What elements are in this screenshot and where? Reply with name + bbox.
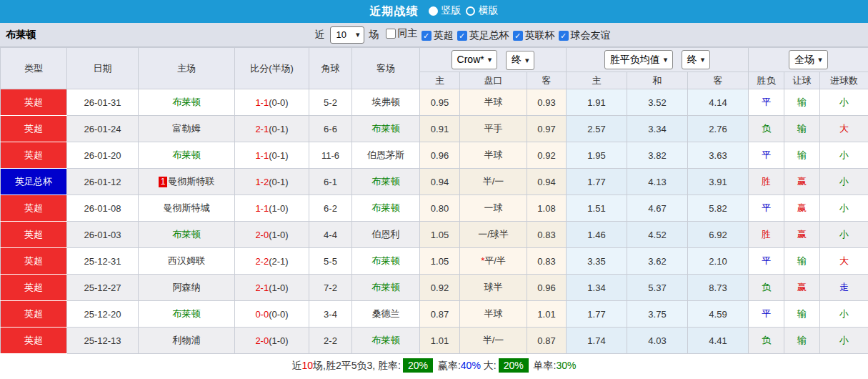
summary-segment: 单率: (531, 360, 557, 371)
same-home-checkbox[interactable]: 同主 (386, 27, 418, 40)
league-type-cell: 英足总杯 (1, 169, 67, 195)
league-checkbox-3[interactable]: ✓球会友谊 (559, 29, 611, 42)
match-row: 英超25-12-31西汉姆联2-2(2-1)5-5布莱顿1.05*平/半0.83… (1, 248, 868, 275)
fulltime-score: 2-2 (255, 256, 269, 267)
team-label: 伯恩茅斯 (367, 149, 404, 160)
team-label: 布莱顿 (173, 229, 201, 240)
checkbox-label: 英联杯 (525, 29, 555, 42)
result-cell: 平 (749, 301, 784, 328)
team-label: 布莱顿 (372, 123, 400, 134)
filters: 近 10 ▾ 场 同主✓英超✓英足总杯✓英联杯✓球会友谊 (315, 26, 611, 44)
home-team-cell: 布莱顿 (139, 142, 235, 169)
halftime-score: (0-0) (269, 97, 288, 108)
handicap-odds-home-cell: 0.96 (420, 142, 460, 169)
handicap-result-cell: 赢 (784, 275, 820, 301)
odds-time-select[interactable]: 终▾ (506, 51, 535, 70)
handicap-odds-away-cell: 0.97 (527, 116, 567, 142)
handicap-header-group: Crow*▾ 终▾ (420, 48, 567, 72)
away-team-cell: 桑德兰 (352, 301, 420, 328)
corner-cell: 2-2 (309, 328, 352, 354)
away-team-cell: 布莱顿 (352, 328, 420, 354)
league-type-cell: 英超 (1, 116, 67, 142)
goals-result-cell: 小 (820, 328, 868, 354)
avg-draw-cell: 4.03 (627, 328, 688, 354)
fulltime-score: 2-1 (255, 124, 269, 134)
avg-time-select[interactable]: 终▾ (682, 50, 711, 69)
home-team-cell: 1曼彻斯特联 (139, 169, 235, 195)
handicap-odds-home-cell: 1.01 (420, 328, 460, 354)
summary-segment: 10 (302, 360, 314, 371)
avg-draw-cell: 4.67 (627, 195, 688, 222)
avg-win-cell: 1.74 (567, 328, 627, 354)
goals-result-cell: 小 (820, 89, 868, 116)
home-team-cell: 阿森纳 (139, 275, 235, 301)
corner-cell: 4-4 (309, 222, 352, 248)
fulltime-score: 2-0 (255, 335, 269, 346)
handicap-text: 平/半 (484, 255, 506, 266)
league-checkbox-1[interactable]: ✓英足总杯 (457, 29, 509, 42)
page-title: 近期战绩 (370, 4, 419, 19)
subheader-odds-home: 主 (420, 72, 460, 89)
score-cell: 1-1(1-0) (235, 195, 309, 222)
filter-checkboxes: 同主✓英超✓英足总杯✓英联杯✓球会友谊 (382, 27, 611, 43)
handicap-line-cell: 半球 (460, 142, 527, 169)
home-team-cell: 西汉姆联 (139, 248, 235, 275)
handicap-line-cell: 半球 (460, 89, 527, 116)
corner-cell: 5-5 (309, 248, 352, 275)
handicap-result-cell: 输 (784, 116, 820, 142)
date-cell: 26-01-31 (67, 89, 139, 116)
subheader-avg-lose: 客 (688, 72, 749, 89)
date-cell: 25-12-27 (67, 275, 139, 301)
goals-result-cell: 小 (820, 301, 868, 328)
date-cell: 25-12-13 (67, 328, 139, 354)
handicap-result-cell: 输 (784, 248, 820, 275)
team-label: 利物浦 (173, 335, 201, 345)
avg-header-group: 胜平负均值▾ 终▾ (567, 48, 749, 72)
avg-lose-cell: 8.73 (688, 275, 749, 301)
layout-radio-vertical[interactable]: 竖版 (429, 4, 462, 17)
avg-draw-cell: 3.75 (627, 301, 688, 328)
handicap-odds-home-cell: 0.92 (420, 275, 460, 301)
avg-lose-cell: 3.91 (688, 169, 749, 195)
handicap-line-cell: *平/半 (460, 248, 527, 275)
handicap-odds-away-cell: 0.96 (527, 275, 567, 301)
score-cell: 1-2(0-1) (235, 169, 309, 195)
handicap-odds-home-cell: 0.94 (420, 169, 460, 195)
date-cell: 25-12-31 (67, 248, 139, 275)
chevron-down-icon: ▾ (701, 55, 705, 64)
away-team-cell: 布莱顿 (352, 169, 420, 195)
recent-count-value: 10 (336, 29, 346, 40)
away-team-cell: 伯恩利 (352, 222, 420, 248)
halftime-score: (1-0) (269, 203, 288, 214)
score-cell: 2-1(1-0) (235, 275, 309, 301)
avg-draw-cell: 4.13 (627, 169, 688, 195)
goals-result-cell: 小 (820, 222, 868, 248)
handicap-line-cell: 半/一 (460, 169, 527, 195)
chevron-down-icon: ▾ (525, 56, 529, 65)
recent-count-select[interactable]: 10 ▾ (330, 26, 364, 44)
checkbox-label: 英足总杯 (469, 29, 509, 42)
date-cell: 26-01-03 (67, 222, 139, 248)
halftime-score: (0-1) (269, 124, 288, 134)
odds-company-select[interactable]: Crow*▾ (452, 50, 498, 69)
summary-text: 近10场,胜2平5负3, 胜率:20% 赢率:40% 大:20% 单率:30% (292, 358, 577, 373)
fulltime-score: 1-1 (255, 203, 269, 214)
recent-suffix-label: 场 (369, 29, 379, 41)
league-checkbox-0[interactable]: ✓英超 (421, 29, 454, 42)
corner-cell: 6-2 (309, 195, 352, 222)
layout-radio-horizontal[interactable]: 横版 (466, 4, 499, 17)
score-cell: 0-0(0-0) (235, 301, 309, 328)
match-row: 英超25-12-13利物浦2-0(1-0)2-2布莱顿1.01半/一0.871.… (1, 328, 868, 354)
scope-select[interactable]: 全场▾ (789, 50, 828, 69)
checked-checkbox-icon: ✓ (513, 31, 523, 41)
avg-odds-select[interactable]: 胜平负均值▾ (604, 50, 674, 69)
halftime-score: (1-0) (269, 335, 288, 346)
rank-badge: 1 (159, 177, 168, 187)
league-checkbox-2[interactable]: ✓英联杯 (513, 29, 555, 42)
handicap-odds-home-cell: 0.95 (420, 89, 460, 116)
checked-checkbox-icon: ✓ (421, 31, 431, 41)
team-label: 富勒姆 (173, 123, 201, 134)
summary-bar: 近10场,胜2平5负3, 胜率:20% 赢率:40% 大:20% 单率:30% (0, 354, 868, 376)
avg-lose-cell: 3.63 (688, 142, 749, 169)
checkbox-label: 球会友谊 (571, 29, 611, 42)
